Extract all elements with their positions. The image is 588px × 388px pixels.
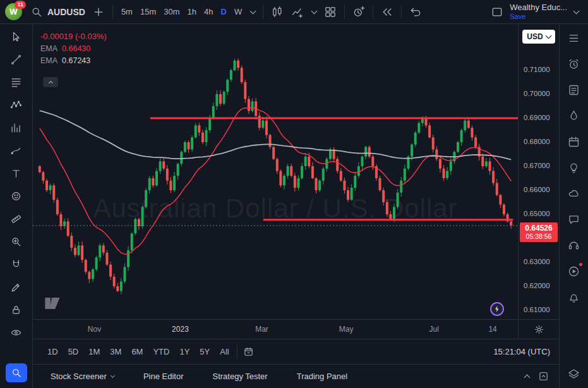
text-tool-icon[interactable] [5, 164, 28, 182]
interval-30m[interactable]: 30m [160, 3, 183, 21]
time-tick: Nov [88, 325, 101, 334]
interval-4h[interactable]: 4h [200, 3, 217, 21]
tradingview-logo[interactable] [43, 297, 62, 312]
time-tick: 2023 [172, 325, 189, 334]
streams-icon[interactable] [565, 238, 584, 253]
fib-retracement-icon[interactable] [5, 73, 28, 91]
price-axis[interactable]: USD 0.710000.700000.690000.680000.670000… [518, 24, 559, 319]
interval-15m[interactable]: 15m [136, 3, 160, 21]
hide-drawings-icon[interactable] [5, 324, 28, 341]
goto-date-icon[interactable] [241, 344, 257, 360]
range-1m[interactable]: 1M [84, 345, 104, 358]
candlestick-chart[interactable] [33, 24, 518, 319]
axis-settings-cell [518, 319, 559, 339]
interval-menu-chevron[interactable] [247, 3, 258, 21]
alerts-icon[interactable] [565, 56, 584, 71]
panel-maximize-icon[interactable] [535, 368, 551, 385]
magnet-icon[interactable] [5, 255, 28, 273]
gear-icon[interactable] [531, 321, 547, 337]
indicator-legend: EMA0.66430EMA0.67243 [40, 44, 107, 65]
indicators-icon[interactable] [288, 3, 307, 21]
multichart-layout-icon[interactable] [321, 3, 340, 21]
notification-badge: 11 [15, 1, 26, 9]
last-price-value: 0.64526 [521, 224, 556, 233]
date-range-group: 1D5D1M3M6MYTD1Y5YAll [43, 345, 234, 358]
layout-menu-chevron[interactable] [570, 3, 582, 21]
create-alert-icon[interactable] [349, 3, 368, 21]
range-5d[interactable]: 5D [64, 345, 83, 358]
zoom-in-icon[interactable] [5, 233, 28, 250]
object-tree-icon[interactable] [565, 367, 584, 382]
trend-line-icon[interactable] [5, 51, 28, 68]
chart-plot[interactable]: Australian Dollar / U.S. Dollar -0.00019… [33, 24, 518, 319]
hotlists-icon[interactable] [565, 108, 584, 123]
toolbar-divider [344, 5, 345, 19]
notifications-icon[interactable] [565, 289, 584, 305]
forecast-icon[interactable] [5, 119, 28, 136]
save-layout-icon[interactable] [488, 3, 507, 21]
minds-icon[interactable] [565, 186, 584, 201]
price-tick: 0.69000 [524, 114, 550, 121]
price-tick: 0.71000 [524, 66, 550, 73]
time-tick: May [339, 325, 354, 334]
interval-1h[interactable]: 1h [184, 3, 200, 21]
panel-tab-strategy-tester[interactable]: Strategy Tester [212, 372, 267, 381]
emoji-icon[interactable] [5, 187, 28, 205]
panel-tab-pine-editor[interactable]: Pine Editor [143, 372, 184, 381]
indicator-templates-chevron[interactable] [308, 3, 320, 21]
chart-style-icon[interactable] [268, 3, 287, 21]
interval-D[interactable]: D [217, 3, 230, 21]
currency-dropdown[interactable]: USD [522, 30, 555, 44]
undo-icon[interactable] [406, 3, 425, 21]
bar-countdown: 05:38:56 [521, 233, 556, 241]
chart-footer: 1D5D1M3M6MYTD1Y5YAll 15:21:04 (UTC) [33, 339, 559, 364]
range-6m[interactable]: 6M [127, 345, 147, 358]
layout-name: Wealthy Educ... [510, 3, 567, 13]
panel-tab-trading-panel[interactable]: Trading Panel [297, 372, 347, 381]
range-1d[interactable]: 1D [43, 345, 63, 358]
chart-zone: Australian Dollar / U.S. Dollar -0.00019… [33, 24, 559, 388]
xabcd-pattern-icon[interactable] [5, 96, 28, 114]
compare-add-icon[interactable] [89, 3, 108, 21]
panel-tab-stock-screener[interactable]: Stock Screener [51, 372, 114, 381]
symbol-search-icon[interactable] [27, 3, 46, 21]
clock-timezone: (UTC) [528, 347, 550, 356]
bar-replay-icon[interactable] [378, 3, 397, 21]
toolbar-divider [263, 5, 263, 19]
panel-collapse-chevron[interactable] [519, 368, 535, 385]
brush-icon[interactable] [5, 142, 28, 159]
clock[interactable]: 15:21:04 (UTC) [493, 347, 550, 356]
price-change: -0.00019 (-0.03%) [40, 32, 107, 41]
workspace-logo[interactable]: W 11 [5, 3, 22, 20]
range-all[interactable]: All [215, 345, 233, 358]
cursor-icon[interactable] [5, 28, 28, 45]
layout-info[interactable]: Wealthy Educ... Save [510, 3, 567, 21]
lock-all-icon[interactable] [5, 301, 28, 318]
toolbar-divider [112, 5, 113, 19]
interval-W[interactable]: W [231, 3, 246, 21]
range-ytd[interactable]: YTD [148, 345, 174, 358]
price-tick: 0.61000 [524, 306, 550, 313]
range-3m[interactable]: 3M [105, 345, 126, 358]
range-5y[interactable]: 5Y [195, 345, 214, 358]
symbol-name[interactable]: AUDUSD [47, 7, 85, 17]
indicator-row-0[interactable]: EMA0.66430 [40, 44, 107, 53]
search-tool-button[interactable] [6, 363, 27, 382]
indicator-row-1[interactable]: EMA0.67243 [40, 56, 107, 65]
range-1y[interactable]: 1Y [175, 345, 194, 358]
ideas-icon[interactable] [565, 160, 584, 175]
calendar-icon[interactable] [565, 134, 584, 149]
legend-collapse-button[interactable] [43, 77, 58, 87]
chat-icon[interactable] [565, 212, 584, 227]
news-icon[interactable] [565, 82, 584, 97]
tradingview-app: W 11 AUDUSD 5m15m30m1h4hDW Wealthy Educ.… [0, 0, 588, 388]
time-axis[interactable]: Nov2023MarMayJul14 [33, 319, 518, 339]
draw-pencil-icon[interactable] [5, 278, 28, 296]
watchlist-icon[interactable] [565, 30, 584, 45]
bottom-panel-tabs: Stock ScreenerPine EditorStrategy Tester… [51, 372, 376, 381]
video-icon[interactable] [565, 264, 584, 279]
ruler-icon[interactable] [5, 210, 28, 227]
price-tick: 0.65000 [524, 210, 550, 217]
lightning-badge[interactable] [490, 302, 504, 316]
interval-5m[interactable]: 5m [117, 3, 136, 21]
